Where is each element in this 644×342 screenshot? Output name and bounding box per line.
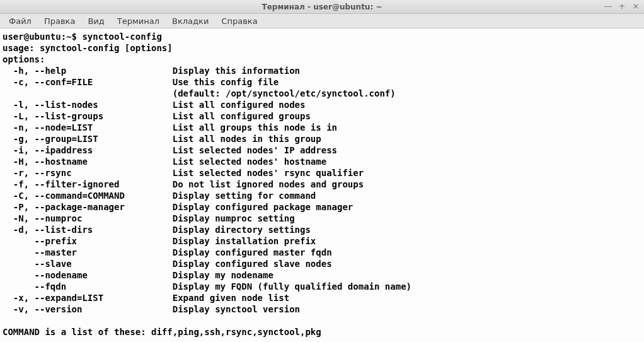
window-titlebar: Терминал - user@ubuntu: ~ — + ×	[0, 0, 644, 14]
window-title: Терминал - user@ubuntu: ~	[0, 3, 644, 11]
menu-view[interactable]: Вид	[81, 15, 110, 27]
menu-terminal[interactable]: Терминал	[111, 15, 166, 27]
terminal-output[interactable]: user@ubuntu:~$ synctool-config usage: sy…	[0, 28, 644, 342]
menu-edit[interactable]: Правка	[38, 15, 81, 27]
menu-file[interactable]: Файл	[3, 15, 38, 27]
window-controls: — + ×	[604, 1, 640, 11]
close-button[interactable]: ×	[631, 1, 640, 11]
minimize-button[interactable]: —	[604, 1, 612, 11]
menu-tabs[interactable]: Вкладки	[166, 15, 215, 27]
menubar: Файл Правка Вид Терминал Вкладки Справка	[0, 14, 644, 28]
menu-help[interactable]: Справка	[215, 15, 263, 27]
maximize-button[interactable]: +	[618, 1, 626, 11]
